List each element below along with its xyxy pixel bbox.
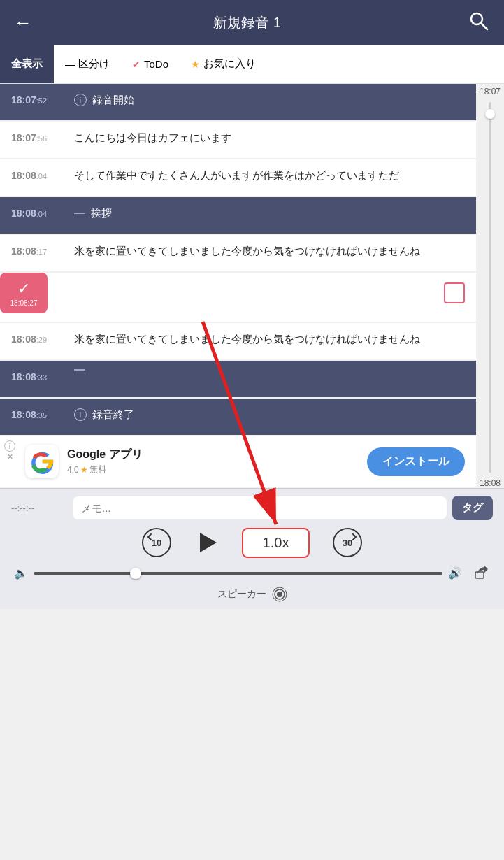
- timeline-item-6[interactable]: ✓ 18:08:27: [0, 273, 476, 322]
- svg-rect-8: [475, 572, 484, 578]
- ad-sub: 4.0 ★ 無料: [67, 464, 367, 475]
- info-icon-9: i: [74, 408, 87, 421]
- share-button[interactable]: [473, 564, 490, 582]
- forward-button[interactable]: 30: [332, 527, 363, 558]
- scroll-time-top: 18:07: [480, 87, 501, 96]
- ad-free: 無料: [89, 464, 106, 475]
- svg-point-9: [277, 592, 282, 597]
- speaker-row: スピーカー: [11, 587, 493, 606]
- volume-thumb: [130, 568, 141, 579]
- filter-bar: 全表示 — 区分け ✔ ToDo ★ お気に入り: [0, 45, 504, 84]
- item-text-1: 録音開始: [92, 92, 134, 108]
- player-bar: --:--:-- タグ 10 1.0x: [0, 488, 504, 609]
- item-text-7: 米を家に置いてきてしまいました今度から気をつけなければいけませんね: [74, 331, 465, 347]
- todo-checked-box[interactable]: ✓ 18:08:27: [0, 273, 48, 313]
- time-label-2: 18:07:56: [11, 130, 74, 145]
- ad-title: Google アプリ: [67, 447, 367, 462]
- tab-favorite[interactable]: ★ お気に入り: [180, 45, 267, 83]
- favorite-icon: ★: [191, 59, 200, 70]
- timeline-item-8[interactable]: 18:08:33: [0, 361, 476, 397]
- content-area: 18:07:52 i 録音開始 18:07:56 こんにちは今日はカフェにいます…: [0, 84, 504, 488]
- ad-info: Google アプリ 4.0 ★ 無料: [67, 447, 367, 475]
- timeline-item-9[interactable]: 18:08:35 i 録音終了: [0, 399, 476, 435]
- scroll-time-bottom: 18:08: [480, 478, 501, 488]
- google-g-icon: [29, 449, 55, 474]
- scroll-thumb: [485, 109, 495, 119]
- header: ← 新規録音 1: [0, 0, 504, 45]
- player-controls: 10 1.0x 30: [11, 527, 493, 558]
- ad-logo: [25, 445, 59, 478]
- time-label-5: 18:08:17: [11, 243, 74, 259]
- volume-high-icon: 🔊: [448, 566, 462, 580]
- player-memo-row: --:--:-- タグ: [11, 496, 493, 520]
- ad-info-icon: i: [4, 440, 15, 452]
- tab-all-label: 全表示: [11, 57, 43, 71]
- todo-icon: ✔: [132, 59, 141, 70]
- info-icon-1: i: [74, 94, 87, 106]
- tab-segment-label: 区分け: [78, 57, 110, 71]
- svg-text:30: 30: [343, 538, 352, 548]
- search-icon[interactable]: [468, 10, 490, 32]
- page-title: 新規録音 1: [46, 13, 448, 32]
- ad-rating: 4.0: [67, 465, 79, 475]
- segment-icon: —: [65, 59, 75, 70]
- memo-input[interactable]: [73, 496, 447, 519]
- back-button[interactable]: ←: [14, 12, 32, 34]
- time-label-3: 18:08:04: [11, 168, 74, 183]
- player-time-display: --:--:--: [11, 503, 67, 513]
- timeline-list: 18:07:52 i 録音開始 18:07:56 こんにちは今日はカフェにいます…: [0, 84, 476, 488]
- segment-dash-icon-8: [74, 369, 85, 371]
- speed-button[interactable]: 1.0x: [242, 528, 310, 558]
- time-label-9: 18:08:35: [11, 407, 74, 422]
- rewind-button[interactable]: 10: [141, 527, 172, 558]
- item-text-2: こんにちは今日はカフェにいます: [74, 130, 465, 146]
- speaker-icon: [272, 587, 287, 602]
- time-label-8: 18:08:33: [11, 369, 74, 385]
- speaker-label: スピーカー: [217, 588, 266, 601]
- scroll-track[interactable]: [489, 102, 491, 473]
- timeline-item-4[interactable]: 18:08:04 挨拶: [0, 197, 476, 234]
- volume-row: 🔈 🔊: [11, 564, 493, 582]
- time-label-1: 18:07:52: [11, 92, 74, 108]
- item-text-4: 挨拶: [91, 206, 112, 222]
- todo-empty-box[interactable]: [444, 282, 465, 303]
- svg-text:10: 10: [151, 538, 161, 548]
- todo-time: 18:08:27: [10, 299, 38, 307]
- svg-line-1: [481, 23, 487, 29]
- right-scrollbar: 18:07 18:08: [476, 84, 504, 488]
- time-label-7: 18:08:29: [11, 331, 74, 347]
- install-button[interactable]: インストール: [367, 447, 465, 476]
- tag-button[interactable]: タグ: [452, 496, 493, 520]
- item-text-9: 録音終了: [92, 407, 134, 423]
- tab-segment[interactable]: — 区分け: [54, 45, 121, 83]
- timeline-item-3[interactable]: 18:08:04 そして作業中ですたくさん人がいますが作業をはかどっていますただ: [0, 159, 476, 196]
- tab-todo-label: ToDo: [144, 58, 168, 70]
- timeline-item-5[interactable]: 18:08:17 米を家に置いてきてしまいました今度から気をつけなければいけませ…: [0, 235, 476, 271]
- ad-banner: i ✕ Google アプリ 4.0 ★ 無料 イン: [0, 436, 476, 487]
- play-button[interactable]: [194, 530, 219, 555]
- volume-slider[interactable]: [34, 572, 442, 575]
- timeline-item-1[interactable]: 18:07:52 i 録音開始: [0, 84, 476, 120]
- volume-low-icon: 🔈: [14, 566, 28, 580]
- tab-favorite-label: お気に入り: [203, 57, 256, 71]
- item-text-5: 米を家に置いてきてしまいました今度から気をつけなければいけませんね: [74, 243, 465, 259]
- segment-dash-icon-4: [74, 213, 85, 214]
- ad-close-icon[interactable]: ✕: [7, 452, 13, 461]
- svg-marker-5: [200, 533, 217, 552]
- tab-all[interactable]: 全表示: [0, 45, 54, 83]
- item-text-3: そして作業中ですたくさん人がいますが作業をはかどっていますただ: [74, 168, 465, 184]
- timeline-item-7[interactable]: 18:08:29 米を家に置いてきてしまいました今度から気をつけなければいけませ…: [0, 323, 476, 359]
- time-label-4: 18:08:04: [11, 206, 74, 221]
- timeline-item-2[interactable]: 18:07:56 こんにちは今日はカフェにいます: [0, 122, 476, 158]
- tab-todo[interactable]: ✔ ToDo: [121, 45, 180, 83]
- ad-star: ★: [80, 465, 88, 475]
